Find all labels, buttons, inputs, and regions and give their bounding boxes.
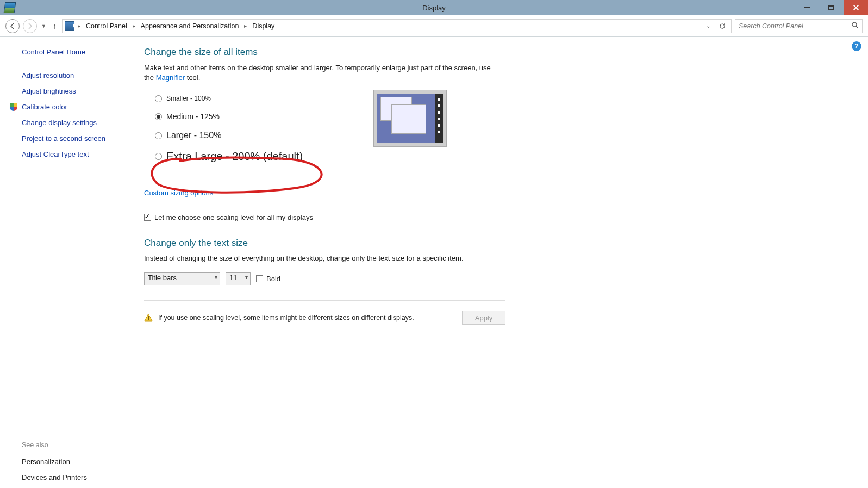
sidebar-link-calibrate[interactable]: Calibrate color — [22, 103, 139, 111]
search-box[interactable] — [735, 19, 863, 33]
desc-post: tool. — [185, 73, 200, 82]
one-scaling-checkbox-row[interactable]: Let me choose one scaling level for all … — [144, 213, 846, 221]
radio-smaller[interactable]: Smaller - 100% — [155, 95, 846, 102]
window-controls — [795, 0, 868, 15]
warning-icon — [144, 313, 153, 322]
radio-icon — [155, 153, 162, 160]
sidebar-link-cleartype[interactable]: Adjust ClearType text — [22, 150, 139, 158]
sidebar-link-resolution[interactable]: Adjust resolution — [22, 71, 139, 79]
bold-label: Bold — [266, 275, 280, 283]
svg-line-1 — [856, 26, 858, 28]
maximize-button[interactable] — [819, 0, 844, 15]
control-panel-icon — [65, 21, 74, 31]
refresh-button[interactable] — [715, 19, 729, 33]
sidebar-link-settings[interactable]: Change display settings — [22, 119, 139, 127]
sidebar-home[interactable]: Control Panel Home — [22, 48, 139, 56]
svg-point-0 — [852, 22, 857, 27]
window-title: Display — [422, 4, 446, 12]
breadcrumb-item[interactable]: Display — [250, 22, 277, 30]
apply-row: If you use one scaling level, some items… — [144, 300, 505, 325]
magnifier-link[interactable]: Magnifier — [156, 73, 185, 82]
sidebar-link-project[interactable]: Project to a second screen — [22, 134, 139, 143]
address-bar[interactable]: ▸ Control Panel ▸ Appearance and Persona… — [62, 19, 732, 33]
apply-button[interactable]: Apply — [462, 311, 505, 325]
window-icon — [4, 2, 16, 13]
related-personalization[interactable]: Personalization — [22, 458, 139, 466]
radio-label: Medium - 125% — [166, 112, 220, 121]
close-button[interactable] — [844, 0, 868, 15]
radio-icon — [155, 113, 162, 120]
forward-button[interactable] — [23, 19, 37, 33]
see-also-heading: See also — [22, 441, 139, 449]
item-select[interactable]: Title bars — [144, 272, 220, 285]
radio-larger[interactable]: Larger - 150% — [155, 131, 846, 140]
font-size-select[interactable]: 11 — [226, 272, 251, 285]
breadcrumb-item[interactable]: Appearance and Personalization — [139, 22, 241, 30]
radio-icon — [155, 95, 162, 102]
warning-text: If you use one scaling level, some items… — [158, 314, 414, 322]
chevron-right-icon[interactable]: ▸ — [76, 23, 83, 29]
content-area: ? Control Panel Home Adjust resolution A… — [0, 37, 868, 488]
sidebar-link-brightness[interactable]: Adjust brightness — [22, 87, 139, 95]
checkbox-label: Let me choose one scaling level for all … — [154, 213, 313, 221]
back-button[interactable] — [5, 19, 20, 33]
radio-label: Larger - 150% — [166, 131, 221, 140]
custom-sizing-link[interactable]: Custom sizing options — [144, 189, 213, 197]
related-devices[interactable]: Devices and Printers — [22, 473, 139, 481]
search-icon[interactable] — [851, 21, 859, 30]
minimize-button[interactable] — [795, 0, 819, 15]
checkbox-icon — [256, 275, 263, 282]
radio-icon — [155, 132, 162, 139]
radio-label: Extra Large - 200% (default) — [166, 150, 303, 163]
radio-label: Smaller - 100% — [166, 95, 211, 102]
breadcrumb-item[interactable]: Control Panel — [84, 22, 129, 30]
svg-rect-3 — [148, 319, 149, 320]
radio-extra-large[interactable]: Extra Large - 200% (default) — [155, 150, 846, 163]
search-input[interactable] — [739, 22, 851, 30]
heading-size-all: Change the size of all items — [144, 47, 846, 58]
checkbox-icon — [144, 214, 151, 221]
nav-toolbar: ▼ ↑ ▸ Control Panel ▸ Appearance and Per… — [0, 15, 868, 37]
desc-text-size: Instead of changing the size of everythi… — [144, 254, 846, 262]
titlebar: Display — [0, 0, 868, 15]
svg-rect-2 — [148, 316, 149, 319]
chevron-right-icon[interactable]: ▸ — [242, 23, 249, 29]
address-dropdown-icon[interactable]: ⌄ — [703, 23, 714, 29]
scaling-radio-group: Smaller - 100% Medium - 125% Larger - 15… — [155, 95, 846, 163]
description-text: Make text and other items on the desktop… — [144, 63, 497, 83]
heading-text-size: Change only the text size — [144, 238, 846, 249]
main-panel: Change the size of all items Make text a… — [139, 37, 868, 488]
text-size-controls: Title bars 11 Bold — [144, 272, 846, 285]
up-button[interactable]: ↑ — [51, 22, 59, 30]
chevron-right-icon[interactable]: ▸ — [130, 23, 138, 29]
radio-medium[interactable]: Medium - 125% — [155, 112, 846, 121]
recent-dropdown-icon[interactable]: ▼ — [40, 23, 47, 29]
bold-checkbox-row[interactable]: Bold — [256, 275, 280, 283]
sidebar: Control Panel Home Adjust resolution Adj… — [0, 37, 139, 488]
